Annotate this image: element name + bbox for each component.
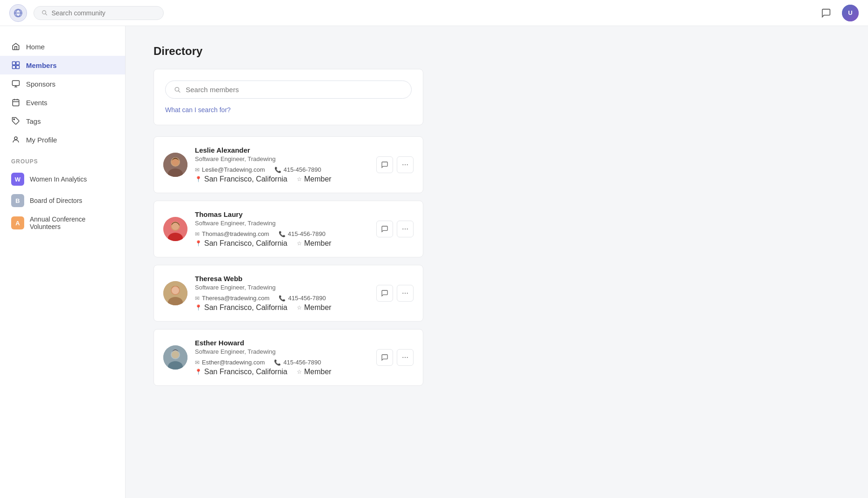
member-search-container[interactable] [165, 81, 412, 99]
user-avatar[interactable]: U [842, 5, 859, 21]
member-details-thomas: ✉ Thomas@tradewing.com 📞 415-456-7890 [195, 230, 369, 237]
leslie-location-row: 📍 San Francisco, California ☆ Member [195, 175, 369, 183]
svg-point-36 [172, 287, 179, 294]
wia-group-icon: W [11, 173, 24, 186]
sidebar-label-myprofile: My Profile [26, 136, 57, 144]
svg-rect-5 [16, 62, 20, 65]
home-icon [11, 42, 20, 51]
sidebar-group-acv-label: Annual Conference Volunteers [30, 215, 114, 230]
search-card: What can I search for? [154, 69, 423, 125]
leslie-message-button[interactable] [376, 156, 393, 173]
member-name-esther: Esther Howard [195, 339, 369, 347]
thomas-email: ✉ Thomas@tradewing.com [195, 230, 269, 237]
sidebar-label-sponsors: Sponsors [26, 80, 55, 88]
bod-group-icon: B [11, 194, 24, 207]
sidebar-item-sponsors[interactable]: Sponsors [0, 74, 125, 93]
esther-message-button[interactable] [376, 349, 393, 366]
topbar-right: U [818, 5, 859, 21]
sidebar-item-events[interactable]: Events [0, 93, 125, 112]
esther-location: 📍 San Francisco, California [195, 368, 287, 376]
svg-rect-6 [13, 66, 16, 69]
member-name-theresa: Theresa Webb [195, 275, 369, 283]
theresa-more-button[interactable] [397, 285, 414, 302]
esther-actions [376, 349, 414, 366]
member-details-theresa: ✉ Theresa@tradewing.com 📞 415-456-7890 [195, 295, 369, 302]
member-info-leslie: Leslie Alexander Software Engineer, Trad… [195, 146, 369, 183]
sidebar-item-myprofile[interactable]: My Profile [0, 130, 125, 149]
search-hint[interactable]: What can I search for? [165, 106, 412, 114]
svg-point-46 [407, 357, 408, 358]
topbar: U [0, 0, 868, 26]
svg-point-32 [407, 229, 408, 229]
logo-icon[interactable] [9, 4, 27, 22]
member-avatar-theresa [163, 281, 187, 305]
acv-group-icon: A [11, 216, 24, 229]
theresa-actions [376, 285, 414, 302]
member-title-thomas: Software Engineer, Tradewing [195, 220, 369, 227]
member-details-leslie: ✉ Leslie@Tradewing.com 📞 415-456-7890 [195, 166, 369, 173]
svg-point-44 [402, 357, 403, 358]
messages-icon[interactable] [818, 5, 835, 21]
theresa-avatar-img [163, 281, 187, 305]
email-icon: ✉ [195, 167, 200, 173]
topbar-search-input[interactable] [52, 9, 156, 17]
svg-rect-8 [13, 81, 20, 86]
member-avatar-leslie [163, 153, 187, 177]
thomas-phone: 📞 415-456-7890 [279, 230, 326, 237]
esther-more-button[interactable] [397, 349, 414, 366]
thomas-avatar-img [163, 217, 187, 241]
main-content: Directory What can I search for? [126, 26, 868, 498]
member-avatar-esther [163, 345, 187, 370]
theresa-phone: 📞 415-456-7890 [279, 295, 326, 302]
leslie-actions [376, 156, 414, 173]
svg-point-23 [402, 164, 403, 165]
sidebar-group-bod[interactable]: B Board of Directors [0, 190, 125, 211]
sponsors-icon [11, 79, 20, 88]
svg-rect-11 [13, 100, 19, 106]
sidebar-group-acv[interactable]: A Annual Conference Volunteers [0, 211, 125, 235]
member-name-leslie: Leslie Alexander [195, 146, 369, 154]
member-details-esther: ✉ Esther@tradewing.com 📞 415-456-7890 [195, 359, 369, 366]
theresa-message-button[interactable] [376, 285, 393, 302]
svg-point-45 [405, 357, 406, 358]
sidebar-item-tags[interactable]: Tags [0, 112, 125, 130]
svg-point-25 [407, 164, 408, 165]
esther-phone: 📞 415-456-7890 [274, 359, 321, 366]
theresa-location-row: 📍 San Francisco, California ☆ Member [195, 303, 369, 312]
sidebar-item-members[interactable]: Members [0, 56, 125, 74]
svg-line-18 [178, 90, 180, 92]
person-icon [11, 135, 20, 144]
thomas-actions [376, 221, 414, 237]
thomas-more-button[interactable] [397, 221, 414, 237]
svg-rect-4 [13, 62, 16, 65]
member-search-input[interactable] [186, 86, 403, 94]
sidebar-group-bod-label: Board of Directors [30, 197, 82, 204]
thomas-message-button[interactable] [376, 221, 393, 237]
theresa-location: 📍 San Francisco, California [195, 303, 287, 312]
sidebar-group-wia[interactable]: W Women In Analytics [0, 168, 125, 190]
sidebar-item-home[interactable]: Home [0, 37, 125, 56]
thomas-location: 📍 San Francisco, California [195, 239, 287, 248]
theresa-role: ☆ Member [297, 303, 332, 312]
phone-icon: 📞 [274, 167, 281, 173]
esther-location-row: 📍 San Francisco, California ☆ Member [195, 368, 369, 376]
topbar-search[interactable] [33, 6, 164, 20]
leslie-more-button[interactable] [397, 156, 414, 173]
member-list: Leslie Alexander Software Engineer, Trad… [154, 136, 423, 393]
theresa-email: ✉ Theresa@tradewing.com [195, 295, 269, 302]
leslie-avatar-img [163, 153, 187, 177]
leslie-phone: 📞 415-456-7890 [274, 166, 321, 173]
member-info-esther: Esther Howard Software Engineer, Tradewi… [195, 339, 369, 376]
svg-point-37 [402, 293, 403, 294]
svg-line-3 [46, 13, 47, 15]
events-icon [11, 98, 20, 107]
member-card-leslie: Leslie Alexander Software Engineer, Trad… [154, 136, 423, 193]
page-title: Directory [154, 45, 840, 58]
svg-point-43 [172, 351, 179, 358]
svg-point-16 [14, 137, 17, 140]
member-name-thomas: Thomas Laury [195, 210, 369, 218]
members-icon [11, 61, 20, 70]
leslie-location: 📍 San Francisco, California [195, 175, 287, 183]
sidebar-label-home: Home [26, 43, 45, 51]
svg-rect-7 [16, 66, 20, 69]
